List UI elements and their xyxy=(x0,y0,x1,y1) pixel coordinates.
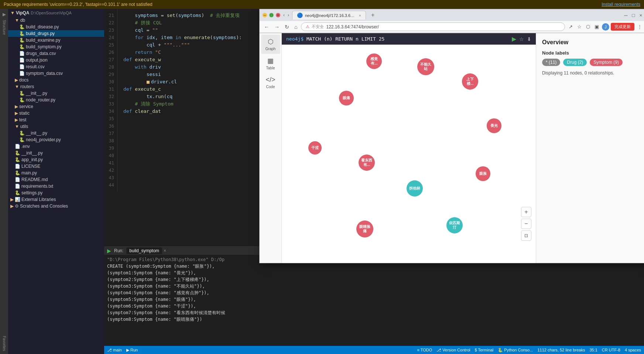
reload-button[interactable]: ↻ xyxy=(283,23,291,31)
user-avatar[interactable]: J xyxy=(602,23,609,31)
close-run-tab[interactable]: × xyxy=(164,248,166,253)
tree-file-build-examine[interactable]: 🐍 build_examine.py xyxy=(8,37,104,44)
window-max-btn[interactable]: □ xyxy=(631,12,637,19)
cypher-run-button[interactable]: ▶ xyxy=(512,35,516,42)
window-maximize[interactable]: □ xyxy=(269,13,274,17)
tree-file-env[interactable]: 📄 .env xyxy=(8,143,104,150)
graph-node-n3[interactable]: 上下楼... xyxy=(462,73,478,90)
zoom-in-button[interactable]: + xyxy=(521,207,531,217)
tree-file-output-json[interactable]: 📄 output.json xyxy=(8,57,104,63)
share-icon[interactable]: ↗ xyxy=(567,23,574,30)
node-labels: * (11) Drug (2) Symptom (9) xyxy=(542,59,641,66)
window-x-btn[interactable]: × xyxy=(638,12,644,19)
tree-file-symptom-data[interactable]: 📄 symptom_data.csv xyxy=(8,70,104,77)
badge-drug[interactable]: Drug (2) xyxy=(563,59,587,66)
structure-icon[interactable]: Structure xyxy=(2,20,6,35)
tab-chevron-left[interactable]: ‹ xyxy=(283,13,285,18)
tab-close-btn[interactable]: × xyxy=(359,13,361,18)
todo-tab[interactable]: ≡ TODO xyxy=(417,348,432,352)
back-button[interactable]: ← xyxy=(263,23,271,31)
new-tab-button[interactable]: + xyxy=(369,12,377,18)
play-button[interactable]: ▶ xyxy=(107,248,111,254)
tree-folder-external-libs[interactable]: ▶ 📊 External Libraries xyxy=(8,196,104,203)
graph-node-n7[interactable]: 看东西有... xyxy=(359,155,375,171)
window-close[interactable]: × xyxy=(276,13,280,17)
tree-folder-scratches[interactable]: ▶ ⚙ Scratches and Consoles xyxy=(8,203,104,209)
tree-file-result-csv[interactable]: 📄 result.csv xyxy=(8,63,104,70)
graph-node-n9[interactable]: 拆他林 xyxy=(407,180,423,197)
tree-folder-test[interactable]: ▶ test xyxy=(8,117,104,123)
favorites-icon[interactable]: Favorites xyxy=(2,336,6,351)
window-minimize[interactable]: ─ xyxy=(263,13,267,17)
more-options-icon[interactable]: ⋮ xyxy=(636,23,644,30)
tree-folder-utils[interactable]: ▼ utils xyxy=(8,123,104,130)
tree-folder-static[interactable]: ▶ static xyxy=(8,110,104,117)
window-min-btn[interactable]: ─ xyxy=(623,12,629,19)
tree-folder-db[interactable]: ▼ db xyxy=(8,17,104,24)
active-file-tab[interactable]: build_symptom xyxy=(126,247,162,254)
tree-file-build-disease[interactable]: 🐍 build_disease.py xyxy=(8,24,104,30)
file-tree: ▼ VipQA D:\OpenSource\VipQA ▼ db 🐍 build… xyxy=(8,9,104,354)
graph-node-n2[interactable]: 不能久站 xyxy=(417,58,434,75)
extensions-icon[interactable]: ⬡ xyxy=(585,23,592,30)
url-bar[interactable]: ⚠ 不安全 122.16.3.64:7474/browser/ xyxy=(301,22,565,31)
tree-file-init-routers[interactable]: 🐍 __init__.py xyxy=(8,90,104,97)
run-icon[interactable]: ▶ xyxy=(3,12,6,17)
tree-file-license[interactable]: 📄 LICENSE xyxy=(8,163,104,170)
tree-file-node-router[interactable]: 🐍 node_router.py xyxy=(8,97,104,103)
tree-file-build-symptom[interactable]: 🐍 build_symptom.py xyxy=(8,44,104,50)
install-requirements-link[interactable]: Install requirements xyxy=(602,2,640,7)
warning-message: Package requirements 'uvicorn==0.23.2', … xyxy=(4,2,153,7)
tree-root[interactable]: ▼ VipQA D:\OpenSource\VipQA xyxy=(8,9,104,17)
python-console-tab[interactable]: 🐍 Python Conso... xyxy=(498,348,533,353)
tree-folder-docs[interactable]: ▶ docs xyxy=(8,77,104,83)
badge-all[interactable]: * (11) xyxy=(542,59,560,66)
graph-node-n4[interactable]: 眼痛 xyxy=(339,91,354,105)
tab-chevron-right[interactable]: › xyxy=(288,13,289,18)
sidebar-code-btn[interactable]: </> Code xyxy=(261,73,280,92)
badge-symptom[interactable]: Symptom (9) xyxy=(590,59,623,66)
security-label: 不安全 xyxy=(312,24,324,30)
graph-node-n1[interactable]: 感觉有... xyxy=(366,53,382,69)
tree-file-readme[interactable]: 📄 README.md xyxy=(8,176,104,183)
tree-file-settings[interactable]: 🐍 settings.py xyxy=(8,190,104,196)
zoom-controls: + − ⊡ xyxy=(521,207,531,241)
cypher-favorite-button[interactable]: ☆ xyxy=(519,35,524,42)
tree-folder-service[interactable]: ▶ service xyxy=(8,103,104,110)
security-icon: ⚠ xyxy=(306,24,309,29)
git-branch[interactable]: ⎇ main xyxy=(107,348,122,353)
browser-actions: ↗ ☆ ⬡ ▣ J 完成更新 ⋮ xyxy=(567,23,644,31)
graph-node-n10[interactable]: 眼睛胀痛 xyxy=(356,221,373,237)
ide-left-strip: ▶ Structure Favorites xyxy=(0,9,8,354)
terminal-tab[interactable]: $ Terminal xyxy=(475,348,494,352)
graph-node-n8[interactable]: 眼胀 xyxy=(476,166,490,181)
tree-file-main[interactable]: 🐍 main.py xyxy=(8,170,104,176)
tree-file-init-utils[interactable]: 🐍 __init__.py xyxy=(8,130,104,136)
tree-file-init-root[interactable]: 🐍 __init__.py xyxy=(8,150,104,156)
graph-node-n5[interactable]: 畏光 xyxy=(487,118,501,133)
tree-file-drugs-data[interactable]: 📄 drugs_data.csv xyxy=(8,50,104,57)
browser-tab[interactable]: 🔵 neo4j@neo4j//172.16.3.64:76... × xyxy=(292,11,366,20)
tree-folder-routers[interactable]: ▼ routers xyxy=(8,83,104,90)
graph-node-n6[interactable]: 干涩 xyxy=(308,141,322,155)
sidebar-graph-btn[interactable]: ⬡ Graph xyxy=(261,35,280,54)
forward-button[interactable]: → xyxy=(273,23,281,31)
tree-file-app-init[interactable]: 🐍 app_init.py xyxy=(8,156,104,163)
tree-file-neo4j-provider[interactable]: 🐍 neo4j_provider.py xyxy=(8,136,104,143)
console-line-5: (symptom3:Symptom {name: "不能久站"}), xyxy=(107,283,641,289)
version-control-tab[interactable]: ⎇ Version Control xyxy=(436,348,470,353)
zoom-reset-button[interactable]: ⊡ xyxy=(521,230,531,241)
home-button[interactable]: ⌂ xyxy=(293,23,299,31)
tree-file-build-drugs[interactable]: 🐍 build_drugs.py xyxy=(8,30,104,37)
console-line-4: (symptom2:Symptom {name: "上下楼梯疼"}), xyxy=(107,276,641,283)
graph-node-n11[interactable]: 依匹斯汀 xyxy=(446,217,463,233)
cypher-download-button[interactable]: ⬇ xyxy=(527,35,531,42)
zoom-out-button[interactable]: − xyxy=(521,219,531,229)
sidebar-table-btn[interactable]: ▦ Table xyxy=(261,54,280,73)
complete-update-button[interactable]: 完成更新 xyxy=(611,23,634,31)
tree-file-requirements[interactable]: 📄 requirements.txt xyxy=(8,183,104,190)
bookmark-icon[interactable]: ☆ xyxy=(576,23,583,30)
console-line-7: (symptom5:Symptom {name: "眼痛"}), xyxy=(107,296,641,303)
run-button[interactable]: ▶ Run xyxy=(126,348,138,353)
tablet-icon[interactable]: ▣ xyxy=(593,23,600,30)
